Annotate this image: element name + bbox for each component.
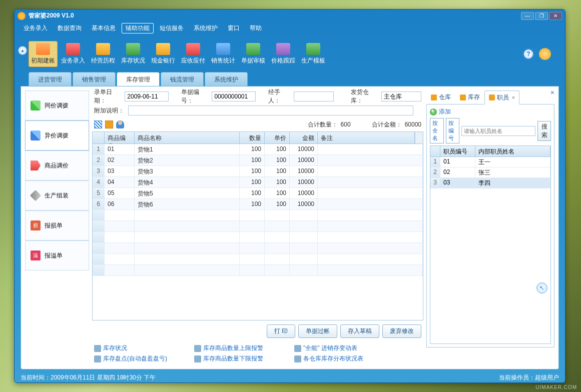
right-tab-职员[interactable]: 职员× bbox=[484, 90, 519, 104]
grid-body[interactable]: 101货物110010010000202货物210010010000303货物3… bbox=[93, 144, 423, 320]
main-tab-钱流管理[interactable]: 钱流管理 bbox=[161, 72, 204, 86]
related-link[interactable]: "全能" 进销存变动表 bbox=[294, 344, 389, 352]
employee-row[interactable]: 101王一 bbox=[430, 157, 550, 168]
menu-辅助功能[interactable]: 辅助功能 bbox=[122, 23, 154, 34]
menu-业务录入[interactable]: 业务录入 bbox=[20, 23, 52, 34]
gold-icon[interactable] bbox=[539, 48, 551, 60]
table-row[interactable]: 303货物310010010000 bbox=[93, 166, 423, 177]
employee-row[interactable]: 202张三 bbox=[430, 168, 550, 178]
employee-search-input[interactable] bbox=[461, 126, 535, 136]
desc-input[interactable] bbox=[128, 106, 413, 116]
table-row[interactable] bbox=[93, 221, 423, 232]
main-tab-进货管理[interactable]: 进货管理 bbox=[29, 72, 72, 86]
person-icon[interactable] bbox=[116, 120, 124, 128]
title-bar[interactable]: 管家婆2009 V1.0 — ❐ ✕ bbox=[15, 10, 565, 22]
collapse-toggle-icon[interactable]: ▲ bbox=[18, 46, 27, 55]
filter-code-button[interactable]: 按编号 bbox=[446, 118, 460, 144]
status-operator-value: 超级用户 bbox=[535, 374, 559, 382]
tool-经营历程[interactable]: 经营历程 bbox=[89, 41, 118, 67]
docno-input[interactable] bbox=[212, 92, 256, 102]
table-row[interactable] bbox=[93, 243, 423, 254]
table-row[interactable]: 101货物110010010000 bbox=[93, 144, 423, 155]
related-link[interactable]: 库存状况 bbox=[94, 344, 189, 352]
menu-帮助[interactable]: 帮助 bbox=[246, 23, 266, 34]
side-item-商品调价[interactable]: 商品调价 bbox=[25, 150, 89, 180]
col-amt[interactable]: 金额 bbox=[290, 132, 318, 144]
tool-icon bbox=[156, 43, 170, 55]
col-note[interactable]: 备注 bbox=[318, 132, 415, 144]
col-code[interactable]: 商品编号 bbox=[105, 132, 135, 144]
discard-button[interactable]: 废弃修改 bbox=[382, 324, 421, 338]
add-button[interactable]: 添加 bbox=[430, 108, 551, 116]
table-row[interactable] bbox=[93, 210, 423, 221]
tool-应收应付[interactable]: 应收应付 bbox=[179, 41, 208, 67]
tool-价格跟踪[interactable]: 价格跟踪 bbox=[269, 41, 298, 67]
col-name[interactable]: 商品名称 bbox=[135, 132, 240, 144]
related-link[interactable]: 库存商品数量下限报警 bbox=[194, 354, 289, 363]
wrench-icon bbox=[30, 190, 42, 202]
tool-销售统计[interactable]: 销售统计 bbox=[209, 41, 238, 67]
side-item-生产组装[interactable]: 生产组装 bbox=[25, 180, 89, 210]
filter-fullname-button[interactable]: 按全名 bbox=[430, 118, 444, 144]
table-row[interactable] bbox=[93, 254, 423, 265]
menu-基本信息[interactable]: 基本信息 bbox=[88, 23, 120, 34]
tool-库存状况[interactable]: 库存状况 bbox=[119, 41, 148, 67]
tool-业务录入[interactable]: 业务录入 bbox=[59, 41, 88, 67]
minimize-button[interactable]: — bbox=[521, 12, 534, 20]
maximize-button[interactable]: ❐ bbox=[535, 12, 548, 20]
tool-现金银行[interactable]: 现金银行 bbox=[149, 41, 178, 67]
related-link[interactable]: 库存商品数量上限报警 bbox=[194, 344, 289, 352]
table-row[interactable]: 505货物510010010000 bbox=[93, 188, 423, 199]
right-tab-仓库[interactable]: 仓库 bbox=[426, 90, 455, 104]
side-item-异价调拨[interactable]: 异价调拨 bbox=[25, 120, 89, 150]
main-tab-库存管理[interactable]: 库存管理 bbox=[117, 72, 160, 86]
warehouse-input[interactable] bbox=[381, 92, 421, 102]
col-price[interactable]: 单价 bbox=[265, 132, 290, 144]
draft-button[interactable]: 存入草稿 bbox=[340, 324, 379, 338]
date-label: 录单日期： bbox=[94, 88, 121, 105]
emp-col-name[interactable]: 内部职员姓名 bbox=[475, 146, 550, 156]
right-panel-close-icon[interactable]: × bbox=[550, 88, 554, 96]
col-qty[interactable]: 数量 bbox=[240, 132, 265, 144]
tool-生产模板[interactable]: 生产模板 bbox=[299, 41, 328, 67]
side-item-报溢单[interactable]: 溢报溢单 bbox=[25, 240, 89, 270]
col-rownum[interactable] bbox=[93, 132, 105, 144]
table-row[interactable]: 606货物610010010000 bbox=[93, 199, 423, 210]
employee-row[interactable]: 303李四 bbox=[430, 178, 550, 188]
emp-col-code[interactable]: 职员编号 bbox=[440, 146, 475, 156]
main-tab-系统维护[interactable]: 系统维护 bbox=[205, 72, 248, 86]
table-row[interactable] bbox=[93, 232, 423, 243]
tool-单据审核[interactable]: 单据审核 bbox=[239, 41, 268, 67]
help-icon[interactable]: ? bbox=[523, 48, 534, 60]
side-item-同价调拨[interactable]: 同价调拨 bbox=[25, 90, 89, 120]
person-input[interactable] bbox=[294, 92, 334, 102]
blue-arrows-icon bbox=[31, 130, 41, 140]
emp-col-rownum[interactable] bbox=[430, 146, 440, 156]
print-button[interactable]: 打 印 bbox=[267, 324, 295, 338]
menu-窗口[interactable]: 窗口 bbox=[224, 23, 244, 34]
post-button[interactable]: 单据过帐 bbox=[298, 324, 337, 338]
grid-icon[interactable] bbox=[94, 120, 102, 128]
tool-初期建账[interactable]: 初期建账 bbox=[29, 41, 58, 67]
related-link[interactable]: 库存盘点(自动盘盈盘亏) bbox=[94, 354, 189, 363]
close-button[interactable]: ✕ bbox=[549, 12, 562, 20]
related-link[interactable]: 各仓库库存分布状况表 bbox=[294, 354, 389, 363]
building-icon[interactable] bbox=[105, 120, 113, 128]
link-icon bbox=[194, 356, 201, 362]
tab-close-icon[interactable]: × bbox=[512, 95, 515, 100]
docno-label: 单据编号： bbox=[181, 88, 208, 105]
grid-vscroll[interactable] bbox=[415, 132, 423, 144]
table-row[interactable]: 202货物210010010000 bbox=[93, 155, 423, 166]
date-input[interactable] bbox=[125, 92, 169, 102]
tab-icon bbox=[460, 94, 466, 100]
main-tab-销售管理[interactable]: 销售管理 bbox=[73, 72, 116, 86]
right-tab-库存[interactable]: 库存 bbox=[455, 90, 484, 104]
menu-短信服务[interactable]: 短信服务 bbox=[156, 23, 188, 34]
scroll-hint-icon[interactable]: ↖ bbox=[536, 282, 547, 294]
menu-数据查询[interactable]: 数据查询 bbox=[54, 23, 86, 34]
menu-系统维护[interactable]: 系统维护 bbox=[190, 23, 222, 34]
table-row[interactable]: 404货物410010010000 bbox=[93, 177, 423, 188]
side-item-报损单[interactable]: 损报损单 bbox=[25, 210, 89, 240]
table-row[interactable] bbox=[93, 265, 423, 276]
search-button[interactable]: 搜索 bbox=[537, 121, 551, 141]
